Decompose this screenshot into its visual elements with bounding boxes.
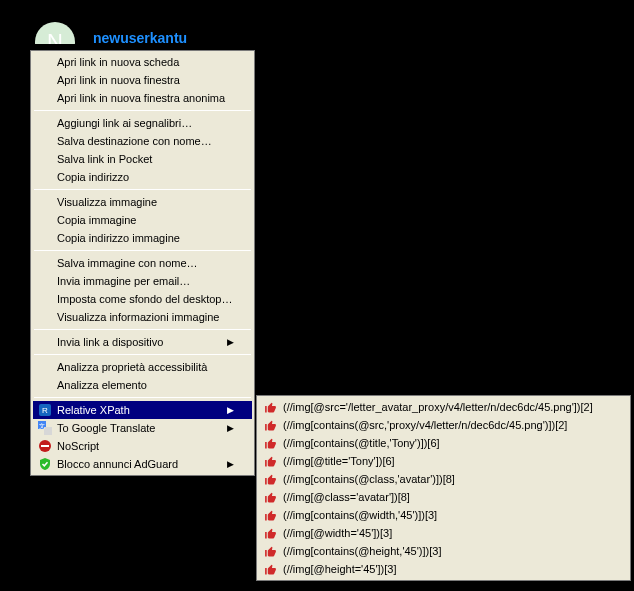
xpath-text: (//img[contains(@title,'Tony')])[6] (283, 437, 440, 449)
thumbs-up-icon (263, 490, 277, 504)
menu-label: Invia immagine per email… (57, 275, 190, 287)
menu-image-info[interactable]: Visualizza informazioni immagine (33, 308, 252, 326)
menu-label: Apri link in nuova finestra (57, 74, 180, 86)
menu-open-new-tab[interactable]: Apri link in nuova scheda (33, 53, 252, 71)
thumbs-up-icon (263, 544, 277, 558)
xpath-suggestion[interactable]: (//img[@title='Tony'])[6] (259, 452, 628, 470)
menu-set-desktop-bg[interactable]: Imposta come sfondo del desktop… (33, 290, 252, 308)
menu-label: Apri link in nuova scheda (57, 56, 179, 68)
svg-rect-3 (44, 427, 52, 435)
separator (34, 354, 251, 355)
xpath-suggestion[interactable]: (//img[@height='45'])[3] (259, 560, 628, 578)
xpath-text: (//img[@title='Tony'])[6] (283, 455, 395, 467)
menu-label: Salva destinazione con nome… (57, 135, 212, 147)
xpath-suggestion[interactable]: (//img[contains(@src,'proxy/v4/letter/n/… (259, 416, 628, 434)
separator (34, 250, 251, 251)
menu-bookmark-link[interactable]: Aggiungi link ai segnalibri… (33, 114, 252, 132)
menu-label: Copia indirizzo immagine (57, 232, 180, 244)
thumbs-up-icon (263, 472, 277, 486)
menu-relative-xpath[interactable]: R Relative XPath ▶ (33, 401, 252, 419)
thumbs-up-icon (263, 508, 277, 522)
separator (34, 397, 251, 398)
menu-open-private-window[interactable]: Apri link in nuova finestra anonima (33, 89, 252, 107)
context-menu: Apri link in nuova scheda Apri link in n… (30, 50, 255, 476)
thumbs-up-icon (263, 436, 277, 450)
svg-text:文: 文 (39, 422, 45, 429)
thumbs-up-icon (263, 418, 277, 432)
menu-label: Aggiungi link ai segnalibri… (57, 117, 192, 129)
submenu-arrow-icon: ▶ (227, 405, 234, 415)
menu-adguard[interactable]: Blocco annunci AdGuard ▶ (33, 455, 252, 473)
menu-label: To Google Translate (57, 422, 155, 434)
xpath-suggestion[interactable]: (//img[contains(@width,'45')])[3] (259, 506, 628, 524)
menu-noscript[interactable]: NoScript (33, 437, 252, 455)
xpath-suggestion[interactable]: (//img[contains(@height,'45')])[3] (259, 542, 628, 560)
menu-open-new-window[interactable]: Apri link in nuova finestra (33, 71, 252, 89)
thumbs-up-icon (263, 454, 277, 468)
thumbs-up-icon (263, 400, 277, 414)
menu-label: Imposta come sfondo del desktop… (57, 293, 232, 305)
xpath-text: (//img[contains(@class,'avatar')])[8] (283, 473, 455, 485)
menu-label: Relative XPath (57, 404, 130, 416)
menu-label: Visualizza informazioni immagine (57, 311, 219, 323)
menu-copy-image-url[interactable]: Copia indirizzo immagine (33, 229, 252, 247)
menu-label: Salva immagine con nome… (57, 257, 198, 269)
menu-inspect-accessibility[interactable]: Analizza proprietà accessibilità (33, 358, 252, 376)
adguard-icon (37, 456, 53, 472)
menu-copy-link[interactable]: Copia indirizzo (33, 168, 252, 186)
separator (34, 329, 251, 330)
menu-label: Analizza proprietà accessibilità (57, 361, 207, 373)
xpath-suggestion[interactable]: (//img[@class='avatar'])[8] (259, 488, 628, 506)
menu-email-image[interactable]: Invia immagine per email… (33, 272, 252, 290)
menu-label: Analizza elemento (57, 379, 147, 391)
separator (34, 110, 251, 111)
submenu-arrow-icon: ▶ (227, 423, 234, 433)
menu-send-link-device[interactable]: Invia link a dispositivo▶ (33, 333, 252, 351)
separator (34, 189, 251, 190)
menu-view-image[interactable]: Visualizza immagine (33, 193, 252, 211)
menu-label: Invia link a dispositivo (57, 336, 163, 348)
xpath-text: (//img[@height='45'])[3] (283, 563, 397, 575)
menu-save-link-as[interactable]: Salva destinazione con nome… (33, 132, 252, 150)
xpath-text: (//img[@class='avatar'])[8] (283, 491, 410, 503)
xpath-text: (//img[@width='45'])[3] (283, 527, 392, 539)
submenu-arrow-icon: ▶ (227, 337, 234, 347)
menu-label: NoScript (57, 440, 99, 452)
translate-icon: 文 (37, 420, 53, 436)
xpath-suggestion[interactable]: (//img[@width='45'])[3] (259, 524, 628, 542)
menu-label: Salva link in Pocket (57, 153, 152, 165)
xpath-text: (//img[contains(@height,'45')])[3] (283, 545, 441, 557)
xpath-submenu: (//img[@src='/letter_avatar_proxy/v4/let… (256, 395, 631, 581)
menu-label: Copia immagine (57, 214, 136, 226)
xpath-suggestion[interactable]: (//img[contains(@title,'Tony')])[6] (259, 434, 628, 452)
relxpath-icon: R (37, 402, 53, 418)
username-link[interactable]: newuserkantu (93, 30, 187, 46)
xpath-text: (//img[contains(@width,'45')])[3] (283, 509, 437, 521)
noscript-icon (37, 438, 53, 454)
menu-google-translate[interactable]: 文 To Google Translate ▶ (33, 419, 252, 437)
svg-text:R: R (42, 406, 48, 415)
svg-rect-6 (41, 445, 49, 447)
thumbs-up-icon (263, 526, 277, 540)
menu-label: Apri link in nuova finestra anonima (57, 92, 225, 104)
xpath-suggestion[interactable]: (//img[contains(@class,'avatar')])[8] (259, 470, 628, 488)
menu-label: Blocco annunci AdGuard (57, 458, 178, 470)
menu-label: Visualizza immagine (57, 196, 157, 208)
xpath-suggestion[interactable]: (//img[@src='/letter_avatar_proxy/v4/let… (259, 398, 628, 416)
xpath-text: (//img[@src='/letter_avatar_proxy/v4/let… (283, 401, 593, 413)
xpath-text: (//img[contains(@src,'proxy/v4/letter/n/… (283, 419, 567, 431)
menu-label: Copia indirizzo (57, 171, 129, 183)
submenu-arrow-icon: ▶ (227, 459, 234, 469)
menu-save-image-as[interactable]: Salva immagine con nome… (33, 254, 252, 272)
menu-save-pocket[interactable]: Salva link in Pocket (33, 150, 252, 168)
thumbs-up-icon (263, 562, 277, 576)
menu-inspect-element[interactable]: Analizza elemento (33, 376, 252, 394)
menu-copy-image[interactable]: Copia immagine (33, 211, 252, 229)
